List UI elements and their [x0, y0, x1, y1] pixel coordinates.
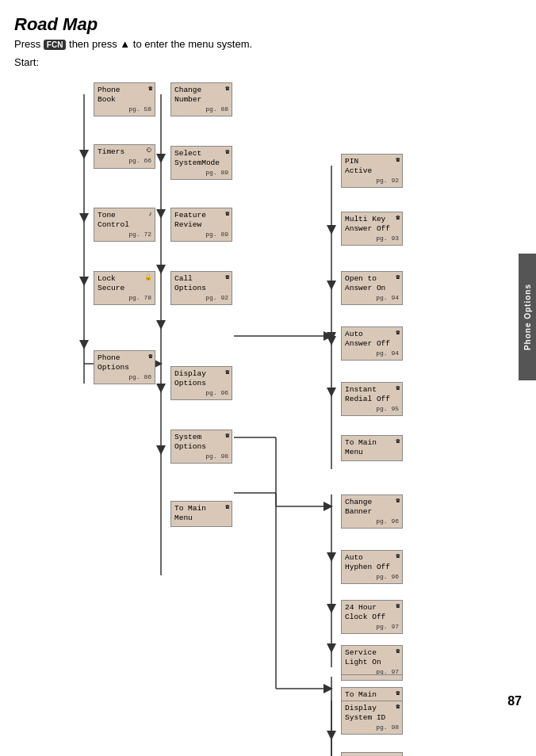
menu-box-call-options: CallOptions ☎ pg. 92: [170, 271, 232, 305]
diagram: PhoneBook ☎ pg. 58 Timers ⏲ pg. 66 ToneC…: [14, 74, 522, 756]
svg-marker-8: [156, 154, 166, 163]
menu-box-analog-only: AnalogOnly Off ☎ pg. 99: [341, 752, 403, 756]
fcn-key: FCN: [44, 40, 67, 50]
menu-box-open-to-answer: Open toAnswer On ☎ pg. 94: [341, 271, 403, 305]
connector-svg: [14, 74, 522, 756]
menu-box-system-options: SystemOptions ☎ pg. 98: [170, 430, 232, 464]
svg-marker-31: [327, 643, 336, 653]
svg-marker-1: [79, 150, 89, 159]
svg-line-23: [234, 437, 331, 506]
menu-box-to-main-menu-call: To MainMenu ☎: [341, 435, 403, 461]
system-connector-svg: [14, 701, 522, 756]
svg-marker-12: [156, 384, 166, 393]
menu-box-display-options: DisplayOptions ☎ pg. 96: [170, 366, 232, 400]
menu-box-24hour-clock: 24 HourClock Off ☎ pg. 97: [341, 600, 403, 634]
page-subtitle: Press FCN then press ▲ to enter the menu…: [14, 38, 522, 50]
svg-marker-9: [156, 209, 166, 219]
page-title: Road Map: [14, 14, 522, 35]
menu-box-display-system-id: DisplaySystem ID ☎ pg. 98: [341, 701, 403, 735]
menu-box-timers: Timers ⏲ pg. 66: [94, 144, 155, 169]
svg-marker-18: [327, 281, 336, 290]
svg-marker-3: [79, 277, 89, 286]
menu-box-change-number: ChangeNumber ☎ pg. 88: [170, 82, 232, 116]
menu-box-multi-key-answer: Multi KeyAnswer Off ☎ pg. 93: [341, 212, 403, 246]
page-container: Road Map Press FCN then press ▲ to enter…: [0, 0, 536, 715]
svg-marker-13: [156, 445, 166, 455]
menu-box-phone-options: PhoneOptions ☎ pg. 86: [94, 350, 155, 384]
svg-marker-20: [327, 336, 336, 346]
svg-marker-2: [79, 213, 89, 223]
menu-box-display-system-id: [341, 674, 403, 681]
menu-box-tone-control: ToneControl ♪ pg. 72: [94, 208, 155, 242]
menu-box-auto-answer: AutoAnswer Off ☎ pg. 94: [341, 326, 403, 361]
menu-box-change-banner: ChangeBanner ☎ pg. 96: [341, 494, 403, 529]
page-number: 87: [507, 694, 522, 708]
svg-marker-10: [156, 265, 166, 274]
menu-box-lock-secure: LockSecure 🔒 pg. 78: [94, 271, 155, 305]
menu-box-select-systemmode: SelectSystemMode ☎ pg. 89: [170, 146, 232, 180]
menu-box-phone-book: PhoneBook ☎ pg. 58: [94, 82, 155, 116]
menu-box-instant-redial: InstantRedial Off ☎ pg. 95: [341, 382, 403, 416]
svg-marker-30: [327, 604, 336, 613]
menu-box-auto-hyphen: AutoHyphen Off ☎ pg. 96: [341, 550, 403, 584]
svg-marker-11: [156, 320, 166, 330]
svg-marker-29: [327, 552, 336, 562]
menu-box-pin-active: PINActive ☎ pg. 92: [341, 154, 403, 188]
menu-box-feature-review: FeatureReview ☎ pg. 89: [170, 208, 232, 242]
svg-marker-17: [327, 225, 336, 235]
start-label: Start:: [14, 56, 522, 68]
svg-marker-4: [79, 340, 89, 349]
menu-box-to-main-menu-col2: To MainMenu ☎: [170, 501, 232, 527]
svg-marker-21: [327, 388, 336, 397]
